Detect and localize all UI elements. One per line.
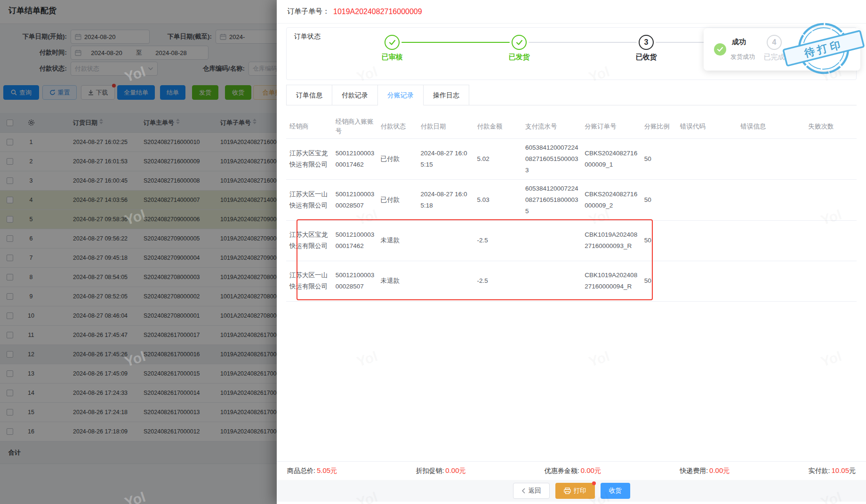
sub-order-number: 1019A2024082716000009: [333, 8, 422, 16]
cell: 5001210000300028507: [336, 179, 381, 220]
cell: CBK1019A20240827160000093_R: [585, 220, 644, 261]
cell: CBKS2024082716000009_1: [585, 138, 644, 179]
split-records-table: 经销商经销商入账账号付款状态付款日期付款金额支付流水号分账订单号分账比例错误代码…: [286, 115, 857, 302]
printer-icon: [564, 488, 571, 494]
summary-item: 折扣促销:0.00元: [416, 466, 465, 475]
split-record-row: 江苏大区宝龙快运有限公司5001210000300017462已付款2024-0…: [286, 138, 857, 179]
cell: 50: [644, 179, 680, 220]
summary-item: 快递费用:0.00元: [680, 466, 730, 475]
order-detail-drawer: 订单子单号： 1019A2024082716000009 订单状态 已审核已发货…: [277, 0, 866, 504]
cell: 已付款: [381, 138, 421, 179]
column-header: 经销商: [286, 115, 336, 138]
cell: 50: [644, 138, 680, 179]
cell: [680, 179, 741, 220]
drawer-tabs: 订单信息付款记录分账记录操作日志: [286, 85, 469, 105]
confirm-receive-button[interactable]: 收货: [601, 483, 630, 499]
cell: [741, 138, 809, 179]
popover-title: 成功: [732, 38, 746, 47]
cell: 未退款: [381, 220, 421, 261]
print-button[interactable]: 打印: [555, 483, 595, 499]
cell: CBK1019A20240827160000094_R: [585, 261, 644, 301]
popover-subtitle: 发货成功: [730, 53, 755, 61]
cell: 已付款: [381, 179, 421, 220]
cell: [741, 179, 809, 220]
cell: 5.03: [477, 179, 525, 220]
cell: [741, 220, 809, 261]
cell: 50: [644, 261, 680, 301]
cell: [421, 261, 477, 301]
column-header: 错误代码: [680, 115, 741, 138]
success-check-icon: [714, 43, 726, 56]
summary-item: 实付款:10.05元: [809, 466, 856, 475]
cell: [808, 138, 857, 179]
cell: 6053841200072240827160518000035: [525, 179, 585, 220]
cell: 5001210000300028507: [336, 261, 381, 301]
split-record-row: 江苏大区一山快运有限公司5001210000300028507已付款2024-0…: [286, 179, 857, 220]
cell: 江苏大区一山快运有限公司: [286, 179, 336, 220]
cell: [741, 261, 809, 301]
cell: 江苏大区一山快运有限公司: [286, 261, 336, 301]
app-root: 订单结单配货 下单日期(开始): 2024-08-20 下单日期(截至): 20…: [0, 0, 866, 504]
cell: 2024-08-27 16:05:15: [421, 138, 477, 179]
cell: 50: [644, 220, 680, 261]
cell: 2024-08-27 16:05:18: [421, 179, 477, 220]
cell: 江苏大区宝龙快运有限公司: [286, 138, 336, 179]
tab-分账记录[interactable]: 分账记录: [378, 85, 424, 105]
back-button[interactable]: 返回: [513, 483, 550, 499]
cell: 5001210000300017462: [336, 220, 381, 261]
cell: -2.5: [477, 220, 525, 261]
column-header: 经销商入账账号: [336, 115, 381, 138]
cell: CBKS2024082716000009_2: [585, 179, 644, 220]
cell: [525, 261, 585, 301]
pending-print-stamp: 待打印: [777, 17, 866, 80]
order-status-title: 订单状态: [294, 32, 321, 41]
cell: [421, 220, 477, 261]
column-header: 支付流水号: [525, 115, 585, 138]
tab-操作日志[interactable]: 操作日志: [424, 85, 469, 105]
sub-order-label: 订单子单号：: [287, 7, 329, 16]
drawer-footer: 返回 打印 收货: [277, 480, 866, 502]
column-header: 分账订单号: [585, 115, 644, 138]
cell: 5001210000300017462: [336, 138, 381, 179]
summary-item: 商品总价:5.05元: [287, 466, 337, 475]
cell: [525, 220, 585, 261]
cell: 未退款: [381, 261, 421, 301]
summary-item: 优惠券金额:0.00元: [545, 466, 601, 475]
cell: [808, 179, 857, 220]
cell: [680, 220, 741, 261]
column-header: 付款金额: [477, 115, 525, 138]
notification-dot: [592, 481, 596, 485]
cell: [680, 261, 741, 301]
cell: [680, 138, 741, 179]
tab-付款记录[interactable]: 付款记录: [332, 85, 378, 105]
cell: 5.02: [477, 138, 525, 179]
cell: 江苏大区宝龙快运有限公司: [286, 220, 336, 261]
split-record-row: 江苏大区宝龙快运有限公司5001210000300017462未退款-2.5CB…: [286, 220, 857, 261]
column-header: 付款日期: [421, 115, 477, 138]
cell: -2.5: [477, 261, 525, 301]
chevron-left-icon: [521, 488, 526, 494]
tab-订单信息[interactable]: 订单信息: [286, 85, 332, 105]
column-header: 错误信息: [741, 115, 809, 138]
cell: 6053841200072240827160515000033: [525, 138, 585, 179]
cell: [808, 261, 857, 301]
column-header: 付款状态: [381, 115, 421, 138]
amount-summary-bar: 商品总价:5.05元折扣促销:0.00元优惠券金额:0.00元快递费用:0.00…: [277, 461, 866, 480]
split-record-row: 江苏大区一山快运有限公司5001210000300028507未退款-2.5CB…: [286, 261, 857, 301]
column-header: 失败次数: [808, 115, 857, 138]
column-header: 分账比例: [644, 115, 680, 138]
cell: [808, 220, 857, 261]
